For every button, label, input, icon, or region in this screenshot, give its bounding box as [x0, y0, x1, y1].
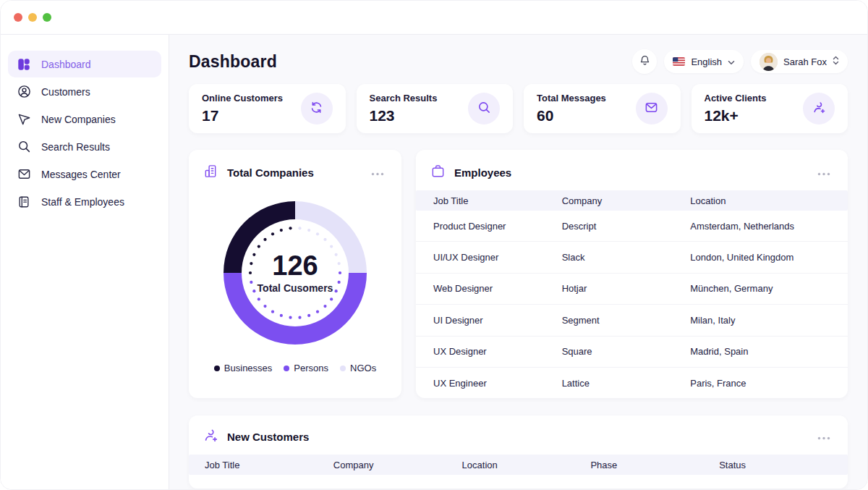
main-content: Dashboard	[169, 35, 867, 490]
add-client-button[interactable]	[803, 93, 835, 124]
briefcase-icon	[430, 164, 446, 182]
zoom-window-button[interactable]	[43, 13, 51, 22]
sidebar: Dashboard Customers New Companies	[1, 35, 169, 490]
legend-dot	[284, 366, 289, 371]
table-row[interactable]: Web DesignerHotjarMünchen, Germany	[416, 274, 848, 305]
table-cell: Segment	[562, 315, 691, 326]
sidebar-item-customers[interactable]: Customers	[8, 78, 161, 105]
column-header: Location	[462, 460, 591, 470]
legend-label: Businesses	[224, 363, 272, 373]
new-customers-table: Job TitleCompanyLocationPhaseStatus	[189, 455, 848, 475]
language-label: English	[691, 56, 722, 67]
refresh-icon	[310, 101, 323, 117]
sidebar-item-label: Dashboard	[41, 59, 91, 70]
table-cell: UI/UX Designer	[433, 252, 562, 263]
companies-menu-button[interactable]	[368, 163, 387, 182]
table-row[interactable]: UI DesignerSegmentMilan, Italy	[416, 305, 848, 336]
table-cell: Lattice	[562, 378, 691, 389]
page-title: Dashboard	[189, 52, 277, 72]
stat-label: Active Clients	[705, 93, 767, 104]
table-cell: UI Designer	[433, 315, 562, 326]
legend-label: NGOs	[350, 363, 376, 373]
stat-label: Online Customers	[202, 93, 283, 104]
stats-row: Online Customers 17 Sear	[189, 84, 848, 133]
column-header: Company	[562, 195, 691, 206]
sidebar-item-label: Customers	[41, 86, 90, 98]
minimize-window-button[interactable]	[28, 13, 37, 22]
table-cell: London, United Kingdom	[690, 252, 848, 263]
search-icon	[17, 140, 31, 154]
table-cell: Slack	[562, 252, 691, 263]
employees-table: Job TitleCompanyLocationProduct Designer…	[416, 190, 848, 398]
stat-card-active-clients: Active Clients 12k+	[692, 84, 848, 133]
person-plus-icon	[203, 428, 218, 446]
stat-label: Search Results	[370, 93, 438, 104]
table-cell: UX Designer	[433, 346, 562, 357]
window-controls	[14, 13, 51, 22]
table-cell: Milan, Italy	[690, 315, 848, 326]
legend-item-ngos: NGOs	[340, 363, 376, 373]
column-header: Job Title	[205, 460, 333, 470]
stat-card-online-customers: Online Customers 17	[189, 84, 346, 133]
refresh-button[interactable]	[301, 93, 333, 124]
sidebar-item-label: New Companies	[41, 114, 116, 125]
table-row[interactable]: UI/UX DesignerSlackLondon, United Kingdo…	[416, 242, 848, 273]
mail-icon	[644, 101, 658, 117]
close-window-button[interactable]	[14, 13, 22, 22]
card-title: Total Companies	[227, 166, 368, 179]
search-button[interactable]	[468, 93, 500, 124]
table-header-row: Job TitleCompanyLocationPhaseStatus	[189, 455, 848, 475]
stat-card-total-messages: Total Messages 60	[524, 84, 681, 133]
customers-icon	[17, 85, 31, 99]
table-row[interactable]: Product DesignerDescriptAmsterdam, Nethe…	[416, 211, 848, 242]
sidebar-item-dashboard[interactable]: Dashboard	[8, 51, 161, 77]
table-header-row: Job TitleCompanyLocation	[416, 190, 848, 211]
legend-dot	[214, 366, 220, 371]
legend-item-persons: Persons	[284, 363, 328, 373]
language-selector[interactable]: English	[664, 50, 744, 73]
sidebar-item-staff-employees[interactable]: Staff & Employees	[8, 188, 161, 215]
sidebar-item-messages-center[interactable]: Messages Center	[8, 161, 161, 187]
total-companies-card: Total Companies 126 Total Cusomers	[189, 150, 401, 398]
chevron-down-icon	[728, 56, 735, 67]
avatar	[760, 53, 778, 71]
donut-center-value: 126	[272, 252, 318, 281]
stat-value: 123	[370, 107, 438, 124]
sidebar-item-new-companies[interactable]: New Companies	[8, 106, 161, 132]
dashboard-icon	[17, 57, 31, 72]
table-cell: Square	[562, 346, 691, 357]
person-plus-icon	[812, 101, 826, 117]
donut-center-label: Total Cusomers	[258, 282, 333, 294]
table-cell: Web Designer	[433, 283, 562, 294]
sidebar-item-label: Staff & Employees	[41, 196, 124, 208]
table-cell: Product Designer	[433, 221, 562, 232]
new-customers-card: New Customers Job TitleCompanyLocationPh…	[189, 415, 848, 489]
table-cell: UX Engineer	[433, 378, 562, 389]
stat-value: 60	[537, 107, 606, 124]
table-cell: Amsterdam, Netherlands	[690, 221, 848, 232]
bell-icon	[639, 54, 651, 69]
table-row[interactable]: UX DesignerSquareMadrid, Spain	[416, 337, 848, 368]
messages-button[interactable]	[636, 93, 668, 124]
user-name: Sarah Fox	[783, 56, 827, 67]
column-header: Company	[333, 460, 462, 470]
table-row[interactable]: UX EngineerLatticeParis, France	[416, 368, 848, 398]
notifications-button[interactable]	[632, 49, 657, 74]
column-header: Job Title	[433, 195, 562, 206]
window-titlebar	[1, 1, 867, 35]
document-icon	[17, 195, 31, 209]
employees-menu-button[interactable]	[814, 163, 833, 182]
column-header: Phase	[590, 460, 719, 470]
stat-card-search-results: Search Results 123	[357, 84, 514, 133]
sidebar-item-search-results[interactable]: Search Results	[8, 133, 161, 160]
user-menu[interactable]: Sarah Fox	[751, 50, 848, 73]
building-icon	[203, 164, 218, 182]
cursor-icon	[17, 112, 31, 127]
stat-value: 17	[202, 107, 283, 124]
donut-chart: 126 Total Cusomers	[223, 200, 367, 345]
app-window: Dashboard Customers New Companies	[0, 0, 868, 490]
table-cell: Descript	[562, 221, 691, 232]
us-flag-icon	[673, 57, 685, 66]
column-header: Status	[719, 460, 848, 470]
new-customers-menu-button[interactable]	[814, 427, 833, 446]
